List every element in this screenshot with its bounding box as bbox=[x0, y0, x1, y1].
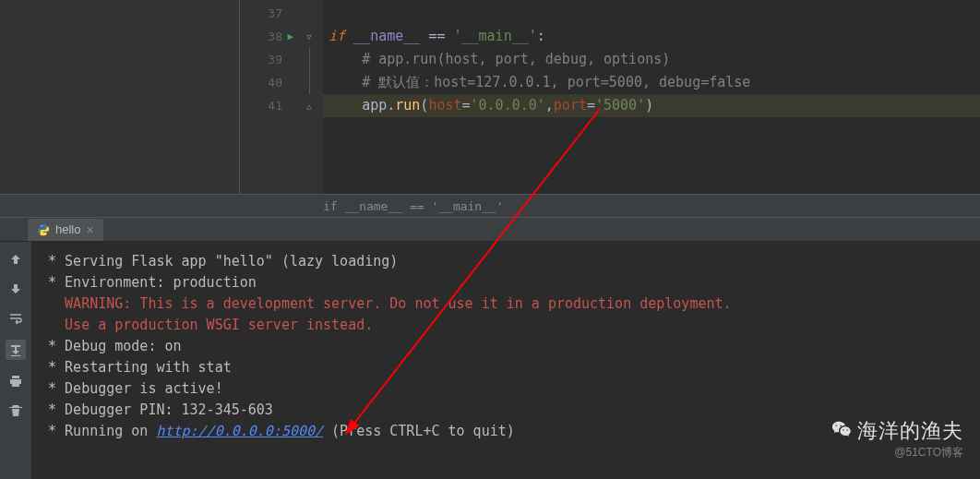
gutter-row[interactable]: 39 bbox=[240, 48, 295, 71]
run-gutter-icon[interactable]: ▶ bbox=[287, 30, 293, 42]
run-tab[interactable]: hello × bbox=[28, 219, 103, 241]
code-line[interactable]: app.run(host='0.0.0.0',port='5000') bbox=[323, 94, 980, 117]
console-line: * Environment: production bbox=[40, 272, 973, 293]
line-number: 41 bbox=[268, 99, 288, 113]
wechat-icon bbox=[831, 419, 852, 445]
editor-left-margin bbox=[0, 0, 240, 194]
watermark-main: 海洋的渔夫 bbox=[857, 419, 963, 442]
scroll-to-end-icon[interactable] bbox=[6, 340, 26, 360]
code-line[interactable]: # 默认值：host=127.0.0.1, port=5000, debug=f… bbox=[323, 71, 980, 94]
code-content[interactable]: if __name__ == '__main__': # app.run(hos… bbox=[323, 0, 980, 194]
code-line[interactable]: if __name__ == '__main__': bbox=[323, 25, 980, 48]
console-line: WARNING: This is a development server. D… bbox=[40, 293, 973, 315]
code-line[interactable]: # app.run(host, port, debug, options) bbox=[323, 48, 980, 71]
url-link[interactable]: http://0.0.0.0:5000/ bbox=[156, 423, 323, 439]
gutter-row[interactable]: 38▶ bbox=[240, 25, 295, 48]
svg-point-1 bbox=[45, 233, 46, 234]
fold-down-icon[interactable]: ▽ bbox=[306, 32, 311, 42]
gutter-row[interactable]: 40 bbox=[240, 71, 295, 94]
gutter-row[interactable]: 41 bbox=[240, 94, 295, 117]
svg-point-0 bbox=[41, 225, 42, 226]
line-number: 40 bbox=[268, 76, 288, 90]
breadcrumb-text: if __name__ == '__main__' bbox=[323, 199, 504, 213]
console-line: * Debugger is active! bbox=[40, 378, 973, 400]
line-number: 39 bbox=[268, 53, 288, 66]
line-number-gutter[interactable]: 37 38▶ 39 40 41 bbox=[240, 0, 295, 194]
code-editor: 37 38▶ 39 40 41 ▽ △ if __name__ == '__ma… bbox=[0, 0, 980, 194]
console-line: Use a production WSGI server instead. bbox=[40, 315, 973, 336]
soft-wrap-icon[interactable] bbox=[7, 310, 24, 327]
fold-up-icon[interactable]: △ bbox=[306, 102, 311, 111]
run-tab-bar: hello × bbox=[0, 218, 980, 242]
line-number: 37 bbox=[268, 6, 288, 20]
arrow-up-icon[interactable] bbox=[7, 251, 24, 268]
line-number: 38 bbox=[268, 30, 288, 43]
print-icon[interactable] bbox=[7, 373, 24, 389]
tab-label: hello bbox=[55, 222, 80, 236]
fold-gutter[interactable]: ▽ △ bbox=[295, 0, 323, 194]
console-line: * Serving Flask app "hello" (lazy loadin… bbox=[40, 251, 973, 272]
console-line: * Restarting with stat bbox=[40, 357, 973, 378]
arrow-down-icon[interactable] bbox=[7, 281, 24, 297]
console-toolbar bbox=[0, 242, 32, 479]
code-line[interactable] bbox=[323, 2, 980, 25]
gutter-row[interactable]: 37 bbox=[240, 2, 295, 25]
console-line: * Debug mode: on bbox=[40, 336, 973, 357]
watermark-sub: @51CTO博客 bbox=[831, 445, 963, 461]
python-file-icon bbox=[37, 223, 50, 236]
breadcrumb[interactable]: if __name__ == '__main__' bbox=[0, 194, 980, 217]
close-icon[interactable]: × bbox=[86, 222, 93, 237]
watermark: 海洋的渔夫 @51CTO博客 bbox=[831, 417, 963, 461]
trash-icon[interactable] bbox=[7, 402, 24, 419]
